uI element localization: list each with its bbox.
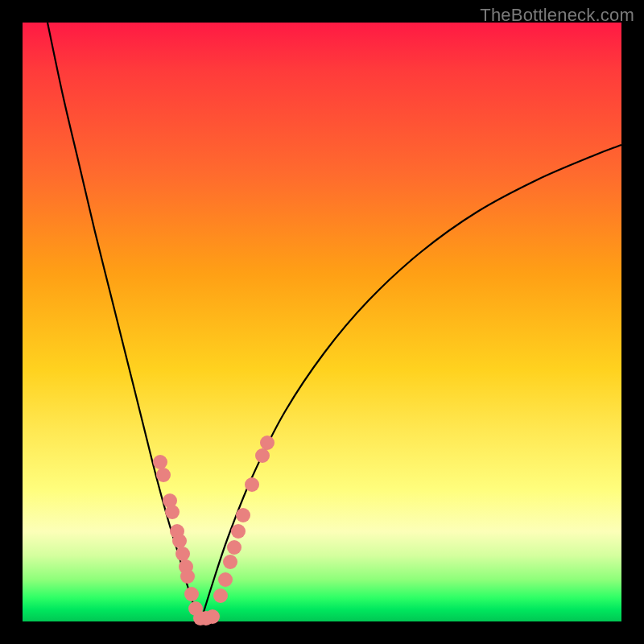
highlighted-point xyxy=(165,505,180,519)
highlighted-point xyxy=(175,547,190,561)
highlighted-point xyxy=(184,587,199,601)
highlighted-point xyxy=(236,508,250,522)
plot-area xyxy=(23,23,621,621)
highlighted-point xyxy=(260,436,275,450)
curve-right-branch xyxy=(201,145,621,620)
highlighted-point xyxy=(245,477,259,492)
highlighted-points-group xyxy=(153,436,275,625)
highlighted-point xyxy=(231,524,246,539)
highlighted-point xyxy=(205,609,220,624)
highlighted-point xyxy=(218,572,233,587)
highlighted-point xyxy=(223,555,237,569)
highlighted-point xyxy=(227,540,242,555)
highlighted-point xyxy=(255,448,270,463)
highlighted-point xyxy=(213,588,228,603)
highlighted-point xyxy=(153,455,167,469)
highlighted-point xyxy=(172,534,187,548)
watermark-text: TheBottleneck.com xyxy=(480,5,634,26)
bottleneck-curve xyxy=(23,23,621,621)
highlighted-point xyxy=(180,569,195,584)
highlighted-point xyxy=(156,468,171,482)
